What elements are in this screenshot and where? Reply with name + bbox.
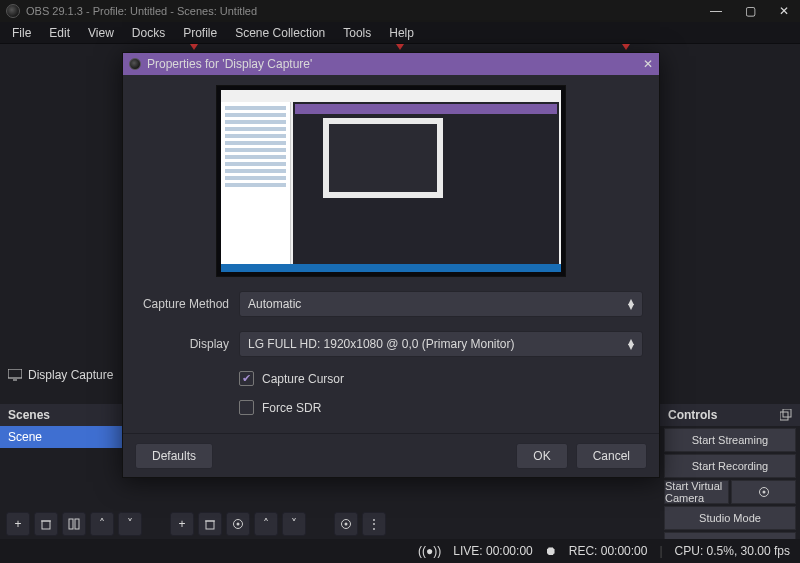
ok-button[interactable]: OK xyxy=(516,443,567,469)
preview-marker-icon xyxy=(396,44,404,50)
menu-scene-collection[interactable]: Scene Collection xyxy=(227,23,333,43)
filter-icon xyxy=(68,518,80,530)
undock-icon[interactable] xyxy=(780,409,792,421)
monitor-icon xyxy=(8,369,22,381)
source-item-label: Display Capture xyxy=(28,368,113,382)
mixer-menu-button[interactable]: ⋮ xyxy=(362,512,386,536)
record-icon: ⏺ xyxy=(545,544,557,558)
menu-bar: File Edit View Docks Profile Scene Colle… xyxy=(0,22,800,44)
virtual-camera-settings-button[interactable] xyxy=(731,480,796,504)
maximize-button[interactable]: ▢ xyxy=(740,4,760,18)
mixer-settings-button[interactable] xyxy=(334,512,358,536)
obs-logo-icon xyxy=(129,58,141,70)
svg-rect-3 xyxy=(783,409,791,417)
capture-method-value: Automatic xyxy=(248,297,301,311)
start-virtual-camera-button[interactable]: Start Virtual Camera xyxy=(664,480,729,504)
menu-file[interactable]: File xyxy=(4,23,39,43)
dialog-titlebar[interactable]: Properties for 'Display Capture' ✕ xyxy=(123,53,659,75)
start-recording-button[interactable]: Start Recording xyxy=(664,454,796,478)
source-preview xyxy=(216,85,566,277)
capture-cursor-label: Capture Cursor xyxy=(262,372,344,386)
dock-toolbars: + ˄ ˅ + ˄ ˅ ⋮ xyxy=(0,509,800,539)
rec-label: REC: xyxy=(569,544,598,558)
properties-dialog: Properties for 'Display Capture' ✕ Captu… xyxy=(122,52,660,478)
preview-marker-icon xyxy=(622,44,630,50)
dialog-title: Properties for 'Display Capture' xyxy=(147,57,312,71)
plus-icon: + xyxy=(178,517,185,531)
svg-rect-6 xyxy=(42,521,50,529)
chevron-down-icon: ˅ xyxy=(127,517,133,531)
obs-logo-icon xyxy=(6,4,20,18)
display-value: LG FULL HD: 1920x1080 @ 0,0 (Primary Mon… xyxy=(248,337,515,351)
start-streaming-button[interactable]: Start Streaming xyxy=(664,428,796,452)
controls-header-label: Controls xyxy=(668,404,717,426)
scenes-move-down-button[interactable]: ˅ xyxy=(118,512,142,536)
svg-rect-0 xyxy=(8,369,22,378)
menu-profile[interactable]: Profile xyxy=(175,23,225,43)
sources-add-button[interactable]: + xyxy=(170,512,194,536)
gear-icon xyxy=(340,518,352,530)
updown-icon: ▴▾ xyxy=(628,339,634,349)
capture-cursor-checkbox[interactable]: ✔ xyxy=(239,371,254,386)
display-label: Display xyxy=(139,337,229,351)
controls-header: Controls xyxy=(660,404,800,426)
menu-view[interactable]: View xyxy=(80,23,122,43)
menu-help[interactable]: Help xyxy=(381,23,422,43)
close-button[interactable]: ✕ xyxy=(774,4,794,18)
sources-move-down-button[interactable]: ˅ xyxy=(282,512,306,536)
window-title: OBS 29.1.3 - Profile: Untitled - Scenes:… xyxy=(26,5,257,17)
kebab-icon: ⋮ xyxy=(368,517,380,531)
menu-tools[interactable]: Tools xyxy=(335,23,379,43)
force-sdr-checkbox[interactable] xyxy=(239,400,254,415)
sources-move-up-button[interactable]: ˄ xyxy=(254,512,278,536)
svg-rect-9 xyxy=(75,519,79,529)
live-time: 00:00:00 xyxy=(486,544,533,558)
capture-method-label: Capture Method xyxy=(139,297,229,311)
cancel-button[interactable]: Cancel xyxy=(576,443,647,469)
live-label: LIVE: xyxy=(453,544,482,558)
status-bar: ((●)) LIVE: 00:00:00 ⏺ REC: 00:00:00 | C… xyxy=(0,539,800,563)
mixer-toolbar: ⋮ xyxy=(334,512,386,536)
defaults-button[interactable]: Defaults xyxy=(135,443,213,469)
trash-icon xyxy=(40,518,52,530)
minimize-button[interactable]: — xyxy=(706,4,726,18)
chevron-up-icon: ˄ xyxy=(263,517,269,531)
preview-marker-icon xyxy=(190,44,198,50)
gear-icon xyxy=(232,518,244,530)
dialog-close-button[interactable]: ✕ xyxy=(643,57,653,71)
scenes-toolbar: + ˄ ˅ xyxy=(6,512,142,536)
scenes-filters-button[interactable] xyxy=(62,512,86,536)
sources-remove-button[interactable] xyxy=(198,512,222,536)
menu-docks[interactable]: Docks xyxy=(124,23,173,43)
trash-icon xyxy=(204,518,216,530)
plus-icon: + xyxy=(14,517,21,531)
scenes-move-up-button[interactable]: ˄ xyxy=(90,512,114,536)
rec-time: 00:00:00 xyxy=(601,544,648,558)
menu-edit[interactable]: Edit xyxy=(41,23,78,43)
scenes-remove-button[interactable] xyxy=(34,512,58,536)
force-sdr-label: Force SDR xyxy=(262,401,321,415)
svg-point-5 xyxy=(762,491,765,494)
svg-point-13 xyxy=(237,523,240,526)
chevron-up-icon: ˄ xyxy=(99,517,105,531)
network-icon: ((●)) xyxy=(418,544,441,558)
updown-icon: ▴▾ xyxy=(628,299,634,309)
sources-properties-button[interactable] xyxy=(226,512,250,536)
svg-point-15 xyxy=(345,523,348,526)
scenes-add-button[interactable]: + xyxy=(6,512,30,536)
svg-rect-10 xyxy=(206,521,214,529)
svg-rect-8 xyxy=(69,519,73,529)
sources-toolbar: + ˄ ˅ xyxy=(170,512,306,536)
capture-method-select[interactable]: Automatic ▴▾ xyxy=(239,291,643,317)
svg-rect-2 xyxy=(780,412,788,420)
chevron-down-icon: ˅ xyxy=(291,517,297,531)
display-select[interactable]: LG FULL HD: 1920x1080 @ 0,0 (Primary Mon… xyxy=(239,331,643,357)
gear-icon xyxy=(758,486,770,498)
scenes-header-label: Scenes xyxy=(8,404,50,426)
cpu-status: CPU: 0.5%, 30.00 fps xyxy=(675,544,790,558)
window-titlebar: OBS 29.1.3 - Profile: Untitled - Scenes:… xyxy=(0,0,800,22)
